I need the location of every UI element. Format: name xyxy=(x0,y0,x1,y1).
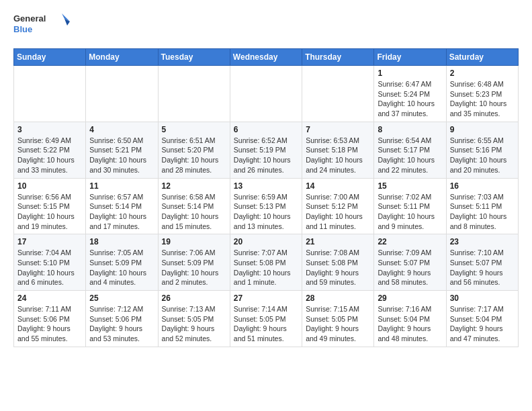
day-cell: 5Sunrise: 6:51 AMSunset: 5:20 PMDaylight… xyxy=(158,122,230,178)
day-info: Sunrise: 7:07 AMSunset: 5:08 PMDaylight:… xyxy=(234,248,298,287)
week-row-1: 1Sunrise: 6:47 AMSunset: 5:24 PMDaylight… xyxy=(14,66,519,122)
svg-text:Blue: Blue xyxy=(13,24,32,34)
day-info: Sunrise: 7:04 AMSunset: 5:10 PMDaylight:… xyxy=(17,248,82,287)
day-number: 26 xyxy=(162,293,226,303)
weekday-friday: Friday xyxy=(374,49,446,66)
day-number: 1 xyxy=(378,68,442,78)
day-info: Sunrise: 6:54 AMSunset: 5:17 PMDaylight:… xyxy=(378,136,442,175)
day-info: Sunrise: 6:51 AMSunset: 5:20 PMDaylight:… xyxy=(162,136,226,175)
day-number: 27 xyxy=(234,293,298,303)
day-info: Sunrise: 6:59 AMSunset: 5:13 PMDaylight:… xyxy=(234,192,298,232)
day-number: 21 xyxy=(306,237,370,246)
day-cell: 18Sunrise: 7:05 AMSunset: 5:09 PMDayligh… xyxy=(86,234,158,291)
calendar-table: SundayMondayTuesdayWednesdayThursdayFrid… xyxy=(13,48,519,347)
day-number: 2 xyxy=(450,68,515,78)
day-info: Sunrise: 7:14 AMSunset: 5:05 PMDaylight:… xyxy=(234,304,298,344)
day-cell xyxy=(230,66,302,122)
day-cell: 23Sunrise: 7:10 AMSunset: 5:07 PMDayligh… xyxy=(446,234,518,291)
day-info: Sunrise: 7:13 AMSunset: 5:05 PMDaylight:… xyxy=(162,304,226,344)
day-info: Sunrise: 7:15 AMSunset: 5:05 PMDaylight:… xyxy=(306,304,370,344)
day-info: Sunrise: 7:12 AMSunset: 5:06 PMDaylight:… xyxy=(89,304,154,344)
day-cell xyxy=(14,66,86,122)
day-cell: 26Sunrise: 7:13 AMSunset: 5:05 PMDayligh… xyxy=(158,291,230,347)
day-cell: 4Sunrise: 6:50 AMSunset: 5:21 PMDaylight… xyxy=(86,122,158,178)
day-info: Sunrise: 7:02 AMSunset: 5:11 PMDaylight:… xyxy=(378,192,442,232)
day-cell: 10Sunrise: 6:56 AMSunset: 5:15 PMDayligh… xyxy=(14,178,86,234)
day-info: Sunrise: 7:00 AMSunset: 5:12 PMDaylight:… xyxy=(306,192,370,232)
day-info: Sunrise: 7:08 AMSunset: 5:08 PMDaylight:… xyxy=(306,248,370,287)
day-number: 16 xyxy=(450,181,515,191)
day-info: Sunrise: 6:50 AMSunset: 5:21 PMDaylight:… xyxy=(89,136,154,175)
day-info: Sunrise: 7:09 AMSunset: 5:07 PMDaylight:… xyxy=(378,248,442,287)
week-row-3: 10Sunrise: 6:56 AMSunset: 5:15 PMDayligh… xyxy=(14,178,519,234)
day-number: 28 xyxy=(306,293,370,303)
weekday-wednesday: Wednesday xyxy=(230,49,302,66)
weekday-header-row: SundayMondayTuesdayWednesdayThursdayFrid… xyxy=(14,49,519,66)
day-number: 12 xyxy=(162,181,226,191)
day-number: 17 xyxy=(17,237,82,246)
day-cell: 12Sunrise: 6:58 AMSunset: 5:14 PMDayligh… xyxy=(158,178,230,234)
day-cell: 28Sunrise: 7:15 AMSunset: 5:05 PMDayligh… xyxy=(302,291,374,347)
day-number: 25 xyxy=(89,293,154,303)
day-info: Sunrise: 7:05 AMSunset: 5:09 PMDaylight:… xyxy=(89,248,154,287)
day-number: 22 xyxy=(378,237,442,246)
day-number: 7 xyxy=(306,125,370,134)
logo-svg: General Blue xyxy=(13,11,74,40)
day-number: 19 xyxy=(162,237,226,246)
day-info: Sunrise: 6:58 AMSunset: 5:14 PMDaylight:… xyxy=(162,192,226,232)
day-number: 30 xyxy=(450,293,515,303)
day-info: Sunrise: 7:03 AMSunset: 5:11 PMDaylight:… xyxy=(450,192,515,232)
day-number: 5 xyxy=(162,125,226,134)
day-cell: 20Sunrise: 7:07 AMSunset: 5:08 PMDayligh… xyxy=(230,234,302,291)
week-row-2: 3Sunrise: 6:49 AMSunset: 5:22 PMDaylight… xyxy=(14,122,519,178)
day-number: 15 xyxy=(378,181,442,191)
day-cell: 8Sunrise: 6:54 AMSunset: 5:17 PMDaylight… xyxy=(374,122,446,178)
day-number: 14 xyxy=(306,181,370,191)
day-cell xyxy=(158,66,230,122)
day-number: 11 xyxy=(89,181,154,191)
weekday-sunday: Sunday xyxy=(14,49,86,66)
day-cell: 13Sunrise: 6:59 AMSunset: 5:13 PMDayligh… xyxy=(230,178,302,234)
day-cell: 21Sunrise: 7:08 AMSunset: 5:08 PMDayligh… xyxy=(302,234,374,291)
day-cell: 19Sunrise: 7:06 AMSunset: 5:09 PMDayligh… xyxy=(158,234,230,291)
day-cell: 22Sunrise: 7:09 AMSunset: 5:07 PMDayligh… xyxy=(374,234,446,291)
day-cell: 9Sunrise: 6:55 AMSunset: 5:16 PMDaylight… xyxy=(446,122,518,178)
day-cell: 14Sunrise: 7:00 AMSunset: 5:12 PMDayligh… xyxy=(302,178,374,234)
day-info: Sunrise: 7:11 AMSunset: 5:06 PMDaylight:… xyxy=(17,304,82,344)
day-info: Sunrise: 6:52 AMSunset: 5:19 PMDaylight:… xyxy=(234,136,298,175)
day-cell: 2Sunrise: 6:48 AMSunset: 5:23 PMDaylight… xyxy=(446,66,518,122)
week-row-4: 17Sunrise: 7:04 AMSunset: 5:10 PMDayligh… xyxy=(14,234,519,291)
day-number: 13 xyxy=(234,181,298,191)
day-cell: 1Sunrise: 6:47 AMSunset: 5:24 PMDaylight… xyxy=(374,66,446,122)
day-info: Sunrise: 6:49 AMSunset: 5:22 PMDaylight:… xyxy=(17,136,82,175)
day-info: Sunrise: 6:55 AMSunset: 5:16 PMDaylight:… xyxy=(450,136,515,175)
week-row-5: 24Sunrise: 7:11 AMSunset: 5:06 PMDayligh… xyxy=(14,291,519,347)
day-info: Sunrise: 6:53 AMSunset: 5:18 PMDaylight:… xyxy=(306,136,370,175)
day-number: 4 xyxy=(89,125,154,134)
weekday-tuesday: Tuesday xyxy=(158,49,230,66)
day-cell xyxy=(86,66,158,122)
svg-text:General: General xyxy=(13,13,46,24)
day-info: Sunrise: 6:47 AMSunset: 5:24 PMDaylight:… xyxy=(378,79,442,119)
day-cell xyxy=(302,66,374,122)
day-number: 8 xyxy=(378,125,442,134)
day-cell: 3Sunrise: 6:49 AMSunset: 5:22 PMDaylight… xyxy=(14,122,86,178)
day-number: 24 xyxy=(17,293,82,303)
day-cell: 25Sunrise: 7:12 AMSunset: 5:06 PMDayligh… xyxy=(86,291,158,347)
day-info: Sunrise: 6:56 AMSunset: 5:15 PMDaylight:… xyxy=(17,192,82,232)
day-info: Sunrise: 7:16 AMSunset: 5:04 PMDaylight:… xyxy=(378,304,442,344)
page: General Blue SundayMondayTuesdayWednesda… xyxy=(0,0,532,411)
day-info: Sunrise: 7:10 AMSunset: 5:07 PMDaylight:… xyxy=(450,248,515,287)
day-cell: 29Sunrise: 7:16 AMSunset: 5:04 PMDayligh… xyxy=(374,291,446,347)
day-cell: 11Sunrise: 6:57 AMSunset: 5:14 PMDayligh… xyxy=(86,178,158,234)
logo: General Blue xyxy=(13,11,74,40)
day-cell: 24Sunrise: 7:11 AMSunset: 5:06 PMDayligh… xyxy=(14,291,86,347)
day-number: 10 xyxy=(17,181,82,191)
day-info: Sunrise: 7:17 AMSunset: 5:04 PMDaylight:… xyxy=(450,304,515,344)
day-info: Sunrise: 7:06 AMSunset: 5:09 PMDaylight:… xyxy=(162,248,226,287)
day-number: 20 xyxy=(234,237,298,246)
day-number: 23 xyxy=(450,237,515,246)
day-cell: 27Sunrise: 7:14 AMSunset: 5:05 PMDayligh… xyxy=(230,291,302,347)
day-info: Sunrise: 6:48 AMSunset: 5:23 PMDaylight:… xyxy=(450,79,515,119)
day-number: 9 xyxy=(450,125,515,134)
